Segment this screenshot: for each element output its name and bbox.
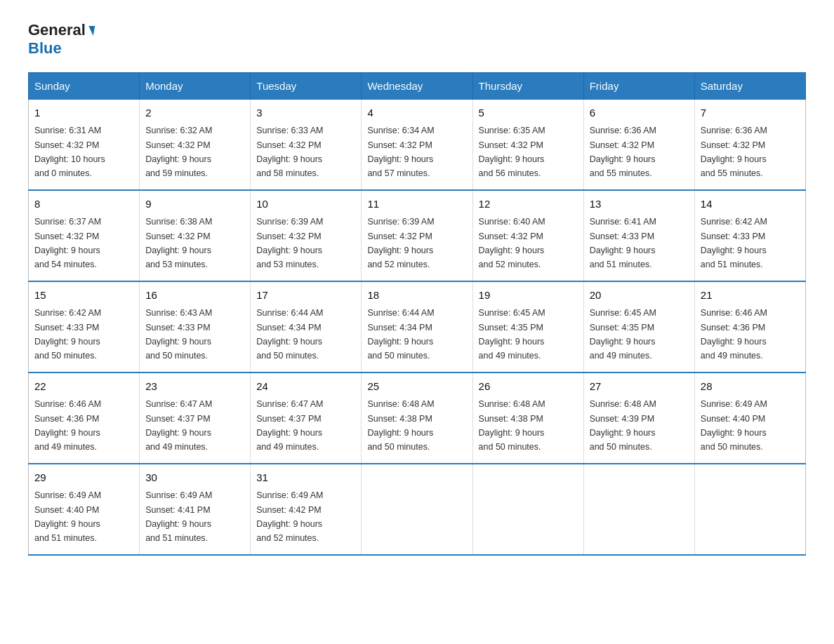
day-cell: 27 Sunrise: 6:48 AMSunset: 4:39 PMDaylig… xyxy=(583,373,694,464)
day-cell: 30 Sunrise: 6:49 AMSunset: 4:41 PMDaylig… xyxy=(140,464,251,555)
day-info: Sunrise: 6:48 AMSunset: 4:39 PMDaylight:… xyxy=(590,399,656,452)
day-cell: 4 Sunrise: 6:34 AMSunset: 4:32 PMDayligh… xyxy=(362,99,472,190)
logo: General Blue xyxy=(28,21,94,58)
day-number: 15 xyxy=(34,288,133,304)
day-info: Sunrise: 6:49 AMSunset: 4:40 PMDaylight:… xyxy=(701,399,767,452)
day-cell: 25 Sunrise: 6:48 AMSunset: 4:38 PMDaylig… xyxy=(362,373,472,464)
header-monday: Monday xyxy=(140,72,251,99)
day-cell: 7 Sunrise: 6:36 AMSunset: 4:32 PMDayligh… xyxy=(694,99,805,190)
day-cell: 12 Sunrise: 6:40 AMSunset: 4:32 PMDaylig… xyxy=(472,190,583,281)
day-info: Sunrise: 6:42 AMSunset: 4:33 PMDaylight:… xyxy=(701,217,767,269)
day-number: 30 xyxy=(145,470,244,486)
day-number: 16 xyxy=(145,288,244,304)
day-number: 3 xyxy=(256,105,355,121)
day-cell: 19 Sunrise: 6:45 AMSunset: 4:35 PMDaylig… xyxy=(472,281,583,373)
header-thursday: Thursday xyxy=(472,72,583,99)
day-number: 23 xyxy=(145,379,244,395)
day-info: Sunrise: 6:49 AMSunset: 4:41 PMDaylight:… xyxy=(145,490,212,543)
day-info: Sunrise: 6:49 AMSunset: 4:42 PMDaylight:… xyxy=(256,490,323,543)
day-cell: 13 Sunrise: 6:41 AMSunset: 4:33 PMDaylig… xyxy=(583,190,694,281)
day-number: 14 xyxy=(701,196,800,213)
calendar-body: 1 Sunrise: 6:31 AMSunset: 4:32 PMDayligh… xyxy=(29,99,806,555)
day-info: Sunrise: 6:44 AMSunset: 4:34 PMDaylight:… xyxy=(367,308,434,361)
day-info: Sunrise: 6:46 AMSunset: 4:36 PMDaylight:… xyxy=(34,399,101,452)
header-row: SundayMondayTuesdayWednesdayThursdayFrid… xyxy=(29,72,806,99)
day-cell: 31 Sunrise: 6:49 AMSunset: 4:42 PMDaylig… xyxy=(251,464,362,555)
day-cell: 28 Sunrise: 6:49 AMSunset: 4:40 PMDaylig… xyxy=(694,373,805,464)
day-number: 31 xyxy=(256,470,355,486)
day-cell: 29 Sunrise: 6:49 AMSunset: 4:40 PMDaylig… xyxy=(29,464,140,555)
day-info: Sunrise: 6:47 AMSunset: 4:37 PMDaylight:… xyxy=(256,399,323,452)
day-number: 29 xyxy=(34,470,133,486)
day-number: 25 xyxy=(367,379,466,395)
day-cell: 6 Sunrise: 6:36 AMSunset: 4:32 PMDayligh… xyxy=(583,99,694,190)
day-number: 20 xyxy=(590,288,689,304)
day-number: 11 xyxy=(367,196,466,213)
day-info: Sunrise: 6:41 AMSunset: 4:33 PMDaylight:… xyxy=(590,217,656,269)
day-info: Sunrise: 6:33 AMSunset: 4:32 PMDaylight:… xyxy=(256,126,323,178)
day-cell: 16 Sunrise: 6:43 AMSunset: 4:33 PMDaylig… xyxy=(140,281,251,373)
day-cell: 9 Sunrise: 6:38 AMSunset: 4:32 PMDayligh… xyxy=(140,190,251,281)
day-info: Sunrise: 6:32 AMSunset: 4:32 PMDaylight:… xyxy=(145,126,212,178)
day-number: 4 xyxy=(367,105,466,121)
day-info: Sunrise: 6:38 AMSunset: 4:32 PMDaylight:… xyxy=(145,217,212,269)
day-info: Sunrise: 6:48 AMSunset: 4:38 PMDaylight:… xyxy=(479,399,545,452)
day-info: Sunrise: 6:36 AMSunset: 4:32 PMDaylight:… xyxy=(590,126,656,178)
day-cell xyxy=(694,464,805,555)
day-number: 22 xyxy=(34,379,133,395)
day-info: Sunrise: 6:40 AMSunset: 4:32 PMDaylight:… xyxy=(479,217,545,269)
header-saturday: Saturday xyxy=(694,72,805,99)
day-info: Sunrise: 6:44 AMSunset: 4:34 PMDaylight:… xyxy=(256,308,323,361)
header-tuesday: Tuesday xyxy=(251,72,362,99)
header-wednesday: Wednesday xyxy=(362,72,472,99)
day-info: Sunrise: 6:37 AMSunset: 4:32 PMDaylight:… xyxy=(34,217,101,269)
header-sunday: Sunday xyxy=(29,72,140,99)
day-info: Sunrise: 6:34 AMSunset: 4:32 PMDaylight:… xyxy=(367,126,434,178)
day-number: 5 xyxy=(479,105,578,121)
day-cell: 15 Sunrise: 6:42 AMSunset: 4:33 PMDaylig… xyxy=(29,281,140,373)
logo-blue-text: Blue xyxy=(28,39,62,58)
day-info: Sunrise: 6:49 AMSunset: 4:40 PMDaylight:… xyxy=(34,490,101,543)
day-number: 13 xyxy=(590,196,689,213)
day-info: Sunrise: 6:35 AMSunset: 4:32 PMDaylight:… xyxy=(479,126,545,178)
day-cell: 18 Sunrise: 6:44 AMSunset: 4:34 PMDaylig… xyxy=(362,281,472,373)
day-cell: 10 Sunrise: 6:39 AMSunset: 4:32 PMDaylig… xyxy=(251,190,362,281)
week-row-2: 8 Sunrise: 6:37 AMSunset: 4:32 PMDayligh… xyxy=(29,190,806,281)
day-cell: 2 Sunrise: 6:32 AMSunset: 4:32 PMDayligh… xyxy=(140,99,251,190)
day-number: 28 xyxy=(701,379,800,395)
calendar-table: SundayMondayTuesdayWednesdayThursdayFrid… xyxy=(28,72,806,556)
day-number: 8 xyxy=(34,196,133,213)
week-row-4: 22 Sunrise: 6:46 AMSunset: 4:36 PMDaylig… xyxy=(29,373,806,464)
calendar-header: SundayMondayTuesdayWednesdayThursdayFrid… xyxy=(29,72,806,99)
day-number: 27 xyxy=(590,379,689,395)
day-number: 18 xyxy=(367,288,466,304)
day-info: Sunrise: 6:46 AMSunset: 4:36 PMDaylight:… xyxy=(701,308,767,361)
week-row-3: 15 Sunrise: 6:42 AMSunset: 4:33 PMDaylig… xyxy=(29,281,806,373)
day-cell: 24 Sunrise: 6:47 AMSunset: 4:37 PMDaylig… xyxy=(251,373,362,464)
day-cell: 14 Sunrise: 6:42 AMSunset: 4:33 PMDaylig… xyxy=(694,190,805,281)
day-info: Sunrise: 6:42 AMSunset: 4:33 PMDaylight:… xyxy=(34,308,101,361)
logo-general-text: General xyxy=(28,21,94,39)
day-cell: 26 Sunrise: 6:48 AMSunset: 4:38 PMDaylig… xyxy=(472,373,583,464)
day-cell: 17 Sunrise: 6:44 AMSunset: 4:34 PMDaylig… xyxy=(251,281,362,373)
day-number: 1 xyxy=(34,105,133,121)
day-cell: 8 Sunrise: 6:37 AMSunset: 4:32 PMDayligh… xyxy=(29,190,140,281)
day-cell: 11 Sunrise: 6:39 AMSunset: 4:32 PMDaylig… xyxy=(362,190,472,281)
day-number: 7 xyxy=(701,105,800,121)
day-cell xyxy=(362,464,472,555)
day-cell xyxy=(472,464,583,555)
day-info: Sunrise: 6:45 AMSunset: 4:35 PMDaylight:… xyxy=(590,308,656,361)
day-cell: 3 Sunrise: 6:33 AMSunset: 4:32 PMDayligh… xyxy=(251,99,362,190)
day-info: Sunrise: 6:36 AMSunset: 4:32 PMDaylight:… xyxy=(701,126,767,178)
day-number: 24 xyxy=(256,379,355,395)
day-info: Sunrise: 6:48 AMSunset: 4:38 PMDaylight:… xyxy=(367,399,434,452)
week-row-5: 29 Sunrise: 6:49 AMSunset: 4:40 PMDaylig… xyxy=(29,464,806,555)
day-cell: 23 Sunrise: 6:47 AMSunset: 4:37 PMDaylig… xyxy=(140,373,251,464)
week-row-1: 1 Sunrise: 6:31 AMSunset: 4:32 PMDayligh… xyxy=(29,99,806,190)
day-cell: 21 Sunrise: 6:46 AMSunset: 4:36 PMDaylig… xyxy=(694,281,805,373)
day-number: 10 xyxy=(256,196,355,213)
page-header: General Blue xyxy=(28,21,806,58)
day-number: 9 xyxy=(145,196,244,213)
day-number: 17 xyxy=(256,288,355,304)
day-number: 21 xyxy=(701,288,800,304)
